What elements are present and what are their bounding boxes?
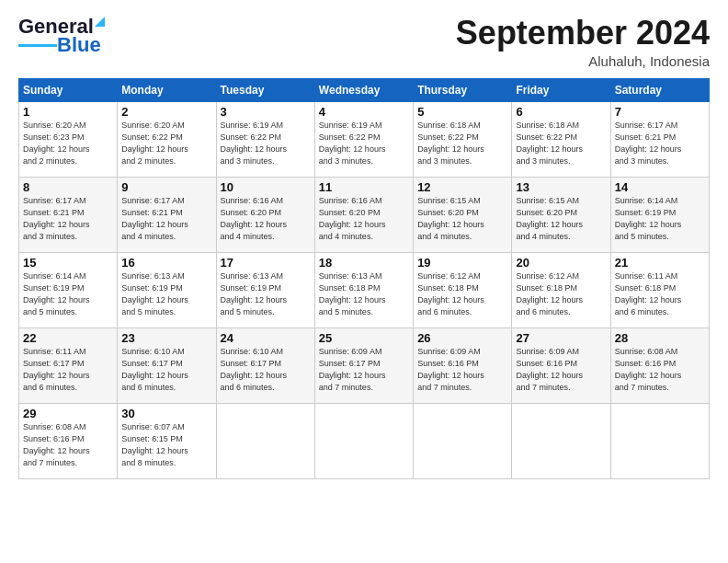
day-number: 15: [23, 256, 113, 270]
day-number: 3: [221, 105, 311, 119]
table-row: 15Sunrise: 6:14 AM Sunset: 6:19 PM Dayli…: [19, 252, 118, 327]
day-info: Sunrise: 6:08 AM Sunset: 6:16 PM Dayligh…: [23, 421, 113, 469]
day-number: 9: [121, 180, 211, 194]
day-number: 14: [615, 180, 705, 194]
day-number: 6: [516, 105, 606, 119]
day-info: Sunrise: 6:18 AM Sunset: 6:22 PM Dayligh…: [516, 120, 606, 167]
day-info: Sunrise: 6:18 AM Sunset: 6:22 PM Dayligh…: [417, 120, 507, 167]
table-row: 24Sunrise: 6:10 AM Sunset: 6:17 PM Dayli…: [216, 327, 314, 403]
day-info: Sunrise: 6:15 AM Sunset: 6:20 PM Dayligh…: [516, 195, 606, 243]
day-number: 1: [23, 105, 113, 119]
day-info: Sunrise: 6:12 AM Sunset: 6:18 PM Dayligh…: [516, 270, 606, 318]
table-row: 9Sunrise: 6:17 AM Sunset: 6:21 PM Daylig…: [118, 177, 216, 252]
day-number: 16: [121, 256, 211, 270]
table-row: 20Sunrise: 6:12 AM Sunset: 6:18 PM Dayli…: [512, 252, 610, 327]
day-number: 8: [23, 180, 113, 194]
day-info: Sunrise: 6:17 AM Sunset: 6:21 PM Dayligh…: [121, 195, 211, 243]
day-number: 21: [615, 256, 705, 270]
table-row: 6Sunrise: 6:18 AM Sunset: 6:22 PM Daylig…: [512, 101, 610, 177]
title-block: September 2024 Aluhaluh, Indonesia: [456, 15, 710, 69]
day-info: Sunrise: 6:13 AM Sunset: 6:19 PM Dayligh…: [221, 270, 311, 318]
day-info: Sunrise: 6:15 AM Sunset: 6:20 PM Dayligh…: [417, 195, 507, 243]
table-row: 29Sunrise: 6:08 AM Sunset: 6:16 PM Dayli…: [19, 403, 118, 478]
table-row: 26Sunrise: 6:09 AM Sunset: 6:16 PM Dayli…: [414, 327, 512, 403]
day-number: 12: [417, 180, 507, 194]
table-row: 21Sunrise: 6:11 AM Sunset: 6:18 PM Dayli…: [610, 252, 709, 327]
table-row: 28Sunrise: 6:08 AM Sunset: 6:16 PM Dayli…: [610, 327, 709, 403]
table-row: 18Sunrise: 6:13 AM Sunset: 6:18 PM Dayli…: [314, 252, 413, 327]
table-row: 7Sunrise: 6:17 AM Sunset: 6:21 PM Daylig…: [610, 101, 709, 177]
table-row: 5Sunrise: 6:18 AM Sunset: 6:22 PM Daylig…: [414, 101, 512, 177]
day-number: 20: [516, 256, 606, 270]
day-info: Sunrise: 6:16 AM Sunset: 6:20 PM Dayligh…: [221, 195, 311, 243]
table-row: 2Sunrise: 6:20 AM Sunset: 6:22 PM Daylig…: [118, 101, 216, 177]
table-row: 14Sunrise: 6:14 AM Sunset: 6:19 PM Dayli…: [610, 177, 709, 252]
table-row: [610, 403, 709, 478]
day-info: Sunrise: 6:09 AM Sunset: 6:16 PM Dayligh…: [516, 346, 606, 394]
table-row: 13Sunrise: 6:15 AM Sunset: 6:20 PM Dayli…: [512, 177, 610, 252]
table-row: 16Sunrise: 6:13 AM Sunset: 6:19 PM Dayli…: [118, 252, 216, 327]
day-number: 2: [121, 105, 211, 119]
table-row: 3Sunrise: 6:19 AM Sunset: 6:22 PM Daylig…: [216, 101, 314, 177]
day-number: 29: [23, 407, 113, 420]
day-info: Sunrise: 6:20 AM Sunset: 6:23 PM Dayligh…: [23, 120, 113, 167]
table-row: [414, 403, 512, 478]
day-number: 11: [319, 180, 409, 194]
day-number: 22: [23, 331, 113, 345]
day-info: Sunrise: 6:13 AM Sunset: 6:18 PM Dayligh…: [319, 270, 409, 318]
day-number: 4: [319, 105, 409, 119]
table-row: [314, 403, 413, 478]
table-row: 11Sunrise: 6:16 AM Sunset: 6:20 PM Dayli…: [314, 177, 413, 252]
day-number: 30: [121, 407, 211, 420]
table-row: 10Sunrise: 6:16 AM Sunset: 6:20 PM Dayli…: [216, 177, 314, 252]
table-row: 22Sunrise: 6:11 AM Sunset: 6:17 PM Dayli…: [19, 327, 118, 403]
day-info: Sunrise: 6:19 AM Sunset: 6:22 PM Dayligh…: [319, 120, 409, 167]
day-number: 24: [221, 331, 311, 345]
calendar-row-2: 8Sunrise: 6:17 AM Sunset: 6:21 PM Daylig…: [19, 177, 710, 252]
day-number: 10: [221, 180, 311, 194]
table-row: 8Sunrise: 6:17 AM Sunset: 6:21 PM Daylig…: [19, 177, 118, 252]
table-row: 25Sunrise: 6:09 AM Sunset: 6:17 PM Dayli…: [314, 327, 413, 403]
table-row: 12Sunrise: 6:15 AM Sunset: 6:20 PM Dayli…: [414, 177, 512, 252]
page-header: General Blue September 2024 Aluhaluh, In…: [18, 15, 710, 69]
day-info: Sunrise: 6:11 AM Sunset: 6:17 PM Dayligh…: [23, 346, 113, 394]
col-saturday: Saturday: [610, 78, 709, 101]
day-number: 25: [319, 331, 409, 345]
day-number: 7: [615, 105, 705, 119]
day-number: 27: [516, 331, 606, 345]
day-number: 13: [516, 180, 606, 194]
day-info: Sunrise: 6:13 AM Sunset: 6:19 PM Dayligh…: [121, 270, 211, 318]
day-info: Sunrise: 6:08 AM Sunset: 6:16 PM Dayligh…: [615, 346, 705, 394]
day-info: Sunrise: 6:09 AM Sunset: 6:16 PM Dayligh…: [417, 346, 507, 394]
day-number: 18: [319, 256, 409, 270]
calendar-row-4: 22Sunrise: 6:11 AM Sunset: 6:17 PM Dayli…: [19, 327, 710, 403]
table-row: 19Sunrise: 6:12 AM Sunset: 6:18 PM Dayli…: [414, 252, 512, 327]
day-number: 5: [417, 105, 507, 119]
day-info: Sunrise: 6:11 AM Sunset: 6:18 PM Dayligh…: [615, 270, 705, 318]
table-row: 1Sunrise: 6:20 AM Sunset: 6:23 PM Daylig…: [19, 101, 118, 177]
col-sunday: Sunday: [19, 78, 118, 101]
logo-blue: Blue: [57, 33, 101, 57]
day-number: 23: [121, 331, 211, 345]
calendar-row-3: 15Sunrise: 6:14 AM Sunset: 6:19 PM Dayli…: [19, 252, 710, 327]
table-row: 30Sunrise: 6:07 AM Sunset: 6:15 PM Dayli…: [118, 403, 216, 478]
col-tuesday: Tuesday: [216, 78, 314, 101]
calendar-row-1: 1Sunrise: 6:20 AM Sunset: 6:23 PM Daylig…: [19, 101, 710, 177]
table-row: 17Sunrise: 6:13 AM Sunset: 6:19 PM Dayli…: [216, 252, 314, 327]
day-info: Sunrise: 6:17 AM Sunset: 6:21 PM Dayligh…: [615, 120, 705, 167]
day-info: Sunrise: 6:14 AM Sunset: 6:19 PM Dayligh…: [23, 270, 113, 318]
calendar-row-5: 29Sunrise: 6:08 AM Sunset: 6:16 PM Dayli…: [19, 403, 710, 478]
location: Aluhaluh, Indonesia: [456, 53, 710, 69]
day-info: Sunrise: 6:14 AM Sunset: 6:19 PM Dayligh…: [615, 195, 705, 243]
logo: General Blue: [18, 15, 105, 57]
day-info: Sunrise: 6:10 AM Sunset: 6:17 PM Dayligh…: [121, 346, 211, 394]
day-number: 28: [615, 331, 705, 345]
col-friday: Friday: [512, 78, 610, 101]
day-info: Sunrise: 6:10 AM Sunset: 6:17 PM Dayligh…: [221, 346, 311, 394]
table-row: 23Sunrise: 6:10 AM Sunset: 6:17 PM Dayli…: [118, 327, 216, 403]
calendar-header-row: Sunday Monday Tuesday Wednesday Thursday…: [19, 78, 710, 101]
day-info: Sunrise: 6:12 AM Sunset: 6:18 PM Dayligh…: [417, 270, 507, 318]
col-thursday: Thursday: [414, 78, 512, 101]
table-row: [216, 403, 314, 478]
day-info: Sunrise: 6:19 AM Sunset: 6:22 PM Dayligh…: [221, 120, 311, 167]
